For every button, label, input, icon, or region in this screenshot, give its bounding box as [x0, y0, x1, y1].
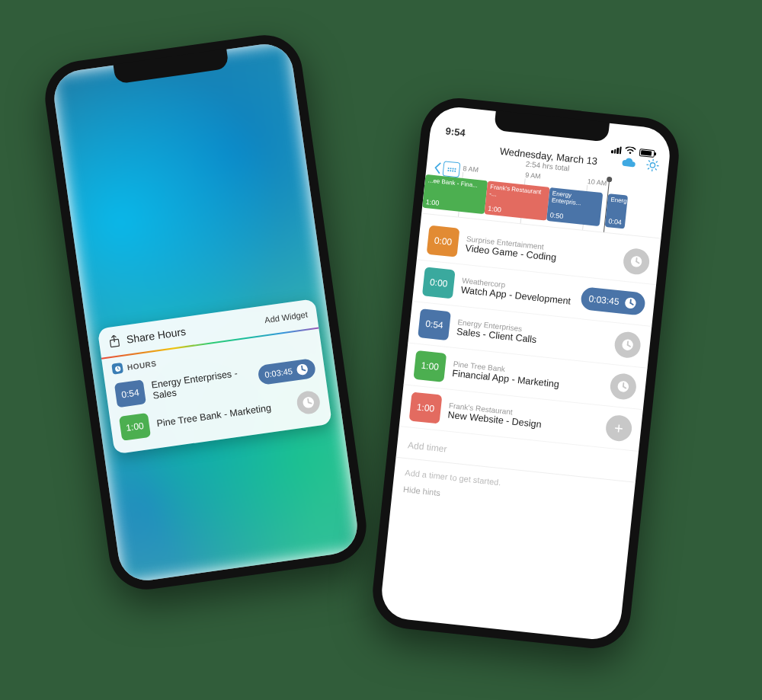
signal-icon [611, 145, 622, 154]
timer-duration-badge: 0:00 [427, 225, 460, 257]
hours-app-icon [111, 363, 123, 375]
active-timer-pill[interactable]: 0:03:45 [258, 358, 317, 385]
svg-line-19 [656, 161, 658, 162]
timer-duration-badge: 0:54 [418, 308, 451, 340]
timeline-hour-label: 10 AM [587, 177, 607, 187]
active-timer-pill[interactable]: 0:03:45 [580, 286, 646, 316]
share-icon [107, 334, 121, 349]
timeline-block[interactable]: Frank's Restaurant -...1:00 [485, 181, 550, 220]
timeline-block[interactable]: Energy Enterpris...0:50 [546, 187, 603, 226]
start-timer-button[interactable] [622, 248, 650, 276]
timeline-hour-label: 8 AM [463, 165, 479, 174]
widget-app-name: HOURS [126, 359, 157, 371]
timer-row-info: Pine Tree BankFinancial App - Marketing [452, 360, 604, 395]
home-screen: Share Hours Add Widget HOURS 0:54 Energy… [50, 40, 360, 583]
timer-duration-badge: 0:54 [114, 379, 146, 408]
add-button[interactable]: + [604, 414, 632, 442]
svg-line-16 [648, 160, 650, 161]
share-hours-label: Share Hours [126, 325, 187, 346]
add-widget-button[interactable]: Add Widget [264, 309, 308, 324]
timer-row-info: WeathercorpWatch App - Development [460, 276, 575, 306]
start-timer-button[interactable] [613, 331, 642, 359]
app-screen: 9:54 Wednesday, March 13 2:54 hrs total [379, 104, 673, 641]
timeline-hour-label: 9 AM [525, 171, 541, 181]
cloud-sync-icon[interactable] [621, 156, 638, 171]
timeline-block[interactable]: Energ...0:04 [605, 193, 628, 229]
timer-list: 0:00Surprise EntertainmentVideo Game - C… [399, 214, 661, 456]
timer-duration-badge: 1:00 [409, 392, 443, 424]
phone-mockup-widget: Share Hours Add Widget HOURS 0:54 Energy… [40, 30, 371, 595]
timer-row-info: Energy EnterprisesSales - Client Calls [456, 318, 609, 353]
timer-row-info: Surprise EntertainmentVideo Game - Codin… [465, 234, 617, 269]
timer-duration-badge: 1:00 [413, 350, 447, 382]
svg-point-11 [650, 162, 655, 168]
svg-line-18 [648, 168, 649, 169]
phone-mockup-app: 9:54 Wednesday, March 13 2:54 hrs total [369, 94, 682, 652]
widget-row-label: Pine Tree Bank - Marketing [156, 400, 290, 429]
battery-icon [639, 149, 655, 158]
timer-duration-badge: 1:00 [119, 413, 151, 441]
timeline-block[interactable]: ...ee Bank - Fina...1:00 [422, 174, 488, 214]
gear-icon[interactable] [645, 158, 660, 175]
start-timer-button[interactable] [296, 389, 322, 415]
svg-line-17 [655, 168, 657, 170]
start-timer-button[interactable] [609, 372, 637, 401]
timer-duration-badge: 0:00 [422, 267, 456, 299]
timer-row-info: Frank's RestaurantNew Website - Design [447, 401, 600, 436]
svg-point-10 [629, 152, 632, 154]
active-timer-value: 0:03:45 [264, 366, 293, 379]
